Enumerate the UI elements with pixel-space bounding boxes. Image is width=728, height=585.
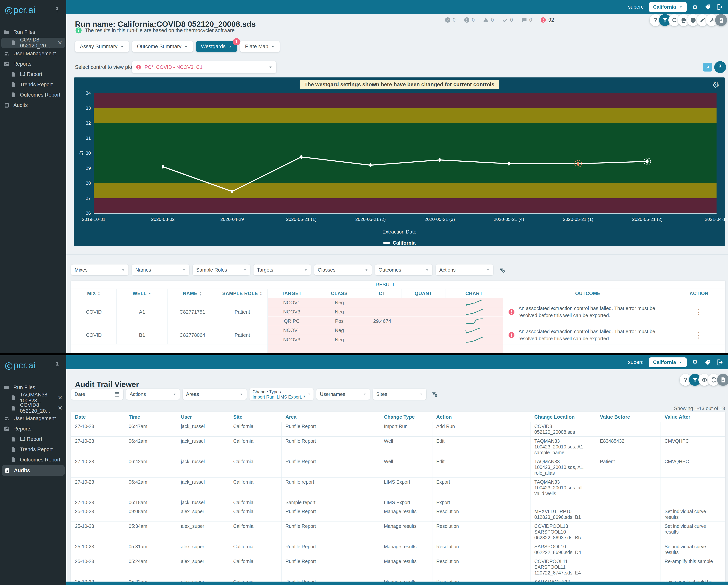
- audit-row-8[interactable]: 25-10-2305:31amalex_superCaliforniaRunfi…: [71, 542, 725, 557]
- audit-row-2[interactable]: 27-10-2306:42amjack_russelCaliforniaRunf…: [71, 437, 725, 457]
- audit-row-10[interactable]: 25-10-2305:22amalex_superCaliforniaRunfi…: [71, 577, 725, 582]
- amplification-sparkline[interactable]: [465, 327, 484, 334]
- filter-mixes[interactable]: Mixes: [71, 264, 128, 275]
- filter-classes[interactable]: Classes: [314, 264, 372, 275]
- column-header-user[interactable]: User: [177, 412, 229, 422]
- sidebar-item-covid8-052120-20[interactable]: COVID8 052120_20...✕: [1, 38, 65, 48]
- control-select-dropdown[interactable]: PC*, COVID - NCOV3, C1: [132, 61, 276, 73]
- audit-row-7[interactable]: 25-10-2305:34amalex_superCaliforniaRunfi…: [71, 522, 725, 542]
- tab-outcome-summary[interactable]: Outcome Summary: [132, 41, 193, 52]
- column-header-date[interactable]: Date: [71, 412, 125, 422]
- sidebar-item-user-management[interactable]: User Management: [0, 413, 66, 424]
- filter-sites[interactable]: Sites: [373, 389, 426, 400]
- amplification-sparkline[interactable]: [465, 308, 484, 315]
- sidebar-item-trends-report[interactable]: Trends Report: [0, 79, 66, 90]
- filter-outcomes[interactable]: Outcomes: [375, 264, 433, 275]
- close-icon[interactable]: ✕: [57, 40, 62, 46]
- expand-chart-button[interactable]: [703, 63, 712, 72]
- status-count-strip: ?0000092: [444, 17, 554, 23]
- status-count-value[interactable]: 92: [548, 17, 554, 23]
- panel-splitter[interactable]: [66, 254, 728, 255]
- column-header-action[interactable]: Action: [433, 412, 530, 422]
- audit-row-6[interactable]: 25-10-2309:08amalex_superCaliforniaRunfi…: [71, 507, 725, 522]
- close-icon[interactable]: ✕: [58, 395, 62, 401]
- audit-row-4[interactable]: 27-10-2306:42amjack_russelCaliforniaRunf…: [71, 478, 725, 498]
- cell-well: B1: [116, 326, 168, 344]
- filter-areas[interactable]: Areas: [183, 389, 246, 400]
- audit-row-3[interactable]: 27-10-2306:42amjack_russelCaliforniaRunf…: [71, 457, 725, 478]
- sidebar-item-outcomes-report[interactable]: Outcomes Report: [0, 90, 66, 100]
- chart-plot-area: [94, 93, 717, 213]
- column-header-time[interactable]: Time: [125, 412, 177, 422]
- sidebar-item-trends-report[interactable]: Trends Report: [0, 444, 66, 455]
- sidebar-pin-icon[interactable]: [54, 362, 60, 369]
- cell-date: 25-10-23: [71, 542, 125, 557]
- sidebar-item-run-files[interactable]: Run Files: [0, 382, 66, 392]
- sidebar-item-reports[interactable]: Reports: [0, 424, 66, 434]
- amplification-sparkline[interactable]: [465, 336, 484, 344]
- column-header-well[interactable]: WELL▲: [116, 289, 168, 298]
- tab-assay-summary[interactable]: Assay Summary: [75, 41, 129, 52]
- tag-icon[interactable]: [704, 359, 711, 366]
- column-header-change-location[interactable]: Change Location: [530, 412, 596, 422]
- sidebar-item-reports[interactable]: Reports: [0, 59, 66, 69]
- amplification-sparkline[interactable]: [465, 317, 484, 325]
- sort-asc-icon: ▲: [148, 292, 151, 295]
- site-selector-button[interactable]: California: [649, 2, 687, 12]
- column-header-name[interactable]: NAME▲▼: [168, 289, 217, 298]
- filter-usernames[interactable]: Usernames: [316, 389, 370, 400]
- column-header-value-before[interactable]: Value Before: [596, 412, 661, 422]
- settings-icon[interactable]: ⚙: [692, 4, 699, 10]
- filter-actions[interactable]: Actions: [126, 389, 180, 400]
- amplification-sparkline[interactable]: [465, 299, 484, 306]
- logout-icon[interactable]: [717, 359, 723, 366]
- column-header-value-after[interactable]: Value After: [661, 412, 725, 422]
- sidebar-item-taqman38-100823[interactable]: TAQMAN38 100823...✕: [0, 392, 66, 403]
- tag-icon[interactable]: [704, 4, 711, 10]
- column-header-sample-role[interactable]: SAMPLE ROLE▲▼: [217, 289, 268, 298]
- sidebar-item-audits[interactable]: Audits: [0, 100, 66, 110]
- row-actions-menu[interactable]: ⋮: [673, 326, 725, 344]
- sidebar-item-covid8-052120-20[interactable]: COVID8 052120_20...✕: [0, 403, 66, 413]
- audit-row-9[interactable]: 25-10-2305:24amalex_superCaliforniaRunfi…: [71, 557, 725, 577]
- filter-targets[interactable]: Targets: [254, 264, 311, 275]
- row-actions-menu[interactable]: ⋮: [673, 298, 725, 326]
- panel-splitter[interactable]: [66, 251, 728, 251]
- settings-icon[interactable]: ⚙: [692, 359, 699, 366]
- tab-plate-map[interactable]: Plate Map: [240, 41, 280, 52]
- sidebar-pin-icon[interactable]: [54, 6, 60, 14]
- filter-date[interactable]: Date: [71, 389, 123, 400]
- y-tick-label: 28: [77, 180, 91, 186]
- chart-settings-gear-icon[interactable]: ⚙: [711, 80, 721, 90]
- column-header-mix[interactable]: MIX▲▼: [71, 289, 116, 298]
- sidebar-item-lj-report[interactable]: LJ Report: [0, 434, 66, 444]
- sidebar-item-user-management[interactable]: User Management: [0, 48, 66, 59]
- sidebar-item-lj-report[interactable]: LJ Report: [0, 69, 66, 79]
- filter-sample-roles[interactable]: Sample Roles: [193, 264, 250, 275]
- logout-icon[interactable]: [717, 4, 723, 10]
- site-selector-button[interactable]: California: [649, 357, 687, 367]
- audit-row-1[interactable]: 27-10-2306:47amjack_russelCaliforniaRunf…: [71, 422, 725, 437]
- column-header-change-type[interactable]: Change Type: [380, 412, 433, 422]
- column-header-area[interactable]: Area: [282, 412, 380, 422]
- results-header-row: MIX▲▼WELL▲NAME▲▼SAMPLE ROLE▲▼TARGETCLASS…: [71, 289, 725, 298]
- sidebar-item-audits[interactable]: Audits: [2, 465, 64, 476]
- download-button[interactable]: [717, 374, 728, 386]
- close-icon[interactable]: ✕: [58, 405, 62, 411]
- column-header-site[interactable]: Site: [229, 412, 282, 422]
- filter-change-types[interactable]: Change TypesImport Run, LIMS Export, M..…: [250, 388, 314, 400]
- file-icon: [10, 40, 16, 46]
- filter-names[interactable]: Names: [132, 264, 189, 275]
- clear-filters-button[interactable]: [498, 265, 506, 274]
- sidebar-item-outcomes-report[interactable]: Outcomes Report: [0, 455, 66, 465]
- horizontal-scrollbar[interactable]: [0, 582, 728, 585]
- cell-quant: [401, 326, 445, 335]
- clear-filters-button[interactable]: [430, 390, 439, 399]
- audit-row-5[interactable]: 27-10-2306:18amjack_russelCaliforniaSamp…: [71, 498, 725, 507]
- download-button[interactable]: [715, 14, 727, 26]
- filter-actions[interactable]: Actions: [436, 264, 493, 275]
- error-circle-icon: [508, 332, 515, 339]
- sidebar-item-run-files[interactable]: Run Files: [0, 27, 66, 37]
- tab-westgards[interactable]: Westgards1: [196, 41, 237, 52]
- pin-chart-button[interactable]: [714, 61, 726, 73]
